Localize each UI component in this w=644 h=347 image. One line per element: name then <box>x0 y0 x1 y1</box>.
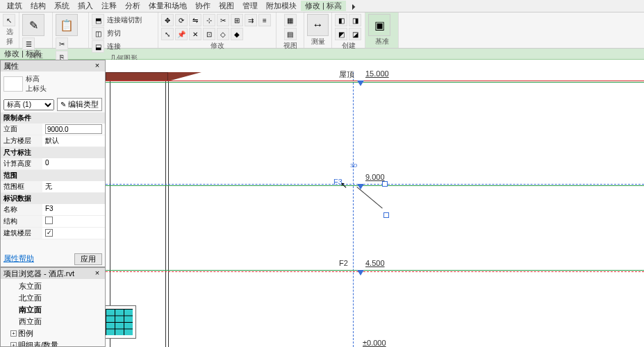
misc-icon[interactable]: ◆ <box>231 28 243 40</box>
level-name[interactable]: 屋顶 <box>339 69 354 80</box>
level-marker-icon[interactable] <box>357 81 364 86</box>
create-icon[interactable]: ◧ <box>335 14 347 26</box>
create-icon[interactable]: ◪ <box>349 28 361 40</box>
cut-icon[interactable]: ✂ <box>56 37 68 50</box>
view-icon[interactable]: ▦ <box>284 14 297 26</box>
menu-item[interactable]: 附加模块 <box>262 1 301 11</box>
view-icon[interactable]: ▤ <box>284 28 297 40</box>
mirror-icon[interactable]: ⇋ <box>189 14 201 26</box>
close-icon[interactable]: × <box>92 269 102 278</box>
level-marker-icon[interactable] <box>357 270 364 276</box>
menu-item[interactable]: 协作 <box>191 1 215 11</box>
tree-item[interactable]: 东立面 <box>2 280 104 292</box>
menu-item[interactable]: 建筑 <box>3 1 26 11</box>
properties-help-link[interactable]: 属性帮助 <box>3 253 34 265</box>
menu-item-active[interactable]: 修改 | 标高 <box>301 1 346 11</box>
tree-item[interactable]: 西立面 <box>2 316 104 328</box>
level-thumb-icon <box>3 76 23 92</box>
level-line[interactable] <box>106 271 644 272</box>
expand-icon[interactable]: + <box>10 342 17 347</box>
level-value[interactable]: 15.000 <box>365 69 389 78</box>
sidebar: 属性 × 标高 上标头 标高 (1) ✎ 编辑类型 限制条件 立面 上方楼层默认… <box>0 60 106 347</box>
cut-geom-icon[interactable]: ◫ <box>92 27 104 40</box>
paste-icon[interactable]: 📋 <box>56 14 78 36</box>
rotate-icon[interactable]: ⟳ <box>175 14 188 26</box>
array-icon[interactable]: ⊞ <box>231 14 243 26</box>
drag-handle[interactable] <box>382 181 388 187</box>
level-line[interactable] <box>106 82 644 83</box>
prop-key: 范围框 <box>1 181 42 192</box>
apply-button[interactable]: 应用 <box>74 253 102 265</box>
instance-selector[interactable]: 标高 (1) <box>3 99 54 110</box>
ribbon-group-datum: ▣ 基准 <box>365 12 399 48</box>
measure-icon[interactable]: ↔ <box>307 14 329 36</box>
structural-checkbox[interactable] <box>42 216 105 227</box>
curtain-wall-preview[interactable] <box>106 305 136 339</box>
prop-val[interactable]: F3 <box>42 204 105 215</box>
propagate-icon[interactable]: ▣ <box>368 14 390 36</box>
edit-type-button[interactable]: ✎ 编辑类型 <box>57 98 102 111</box>
prop-val[interactable]: 0 <box>42 158 105 169</box>
level-value[interactable]: 9.000 <box>365 173 385 181</box>
type-selector-header[interactable]: 标高 上标头 <box>1 71 105 96</box>
ribbon-group-modify: ✥ ⟳ ⇋ ⊹ ✂ ⊞ ⇉ ≡ ⤡ 📌 ✕ ⊡ ◇ ◆ 修改 <box>158 12 276 48</box>
ribbon-txt[interactable]: 连接 <box>106 42 122 51</box>
create-icon[interactable]: ◨ <box>349 14 361 26</box>
ribbon-txt[interactable]: 连接端切割 <box>106 15 143 25</box>
delete-icon[interactable]: ✕ <box>189 28 201 40</box>
prop-val[interactable]: 无 <box>42 181 105 192</box>
menu-item[interactable]: 插入 <box>74 1 97 11</box>
menu-item[interactable]: 注释 <box>97 1 121 11</box>
drawing-canvas[interactable]: 屋顶 15.000 F3 9.000 ↖ 3D F2 4.500 ±0.000 <box>106 60 644 347</box>
level-name[interactable]: F2 <box>339 259 348 267</box>
panel-title: 属性 × <box>1 60 105 71</box>
split-icon[interactable]: ✂ <box>217 14 229 26</box>
menu-item[interactable]: 体量和场地 <box>145 1 191 11</box>
cursor-icon[interactable]: ↖ <box>3 14 15 26</box>
misc-icon[interactable]: ◇ <box>217 28 229 40</box>
level-value[interactable]: ±0.000 <box>363 339 386 347</box>
tree-item[interactable]: +图例 <box>2 328 104 339</box>
tree-item-active[interactable]: 南立面 <box>2 304 104 316</box>
prop-section: 标识数据 <box>1 193 105 204</box>
ribbon-txt[interactable]: 剪切 <box>106 28 122 38</box>
close-icon[interactable]: × <box>92 61 102 71</box>
prop-val[interactable]: 默认 <box>42 135 105 146</box>
create-icon[interactable]: ◩ <box>335 28 347 40</box>
drag-handle[interactable] <box>383 212 389 218</box>
menu-item[interactable]: 分析 <box>121 1 145 11</box>
ribbon-group-properties: ✎ ☰ 属性 <box>19 12 53 48</box>
expand-icon[interactable]: + <box>10 330 17 337</box>
ribbon-group-create: ◧ ◨ ◩ ◪ 创建 <box>332 12 365 48</box>
properties-panel: 属性 × 标高 上标头 标高 (1) ✎ 编辑类型 限制条件 立面 上方楼层默认… <box>0 60 106 267</box>
level-line-f2[interactable] <box>106 270 644 271</box>
align-icon[interactable]: ≡ <box>258 14 271 26</box>
building-story-checkbox[interactable] <box>42 228 105 239</box>
level-line-selected[interactable] <box>106 184 644 185</box>
menu-item[interactable]: 管理 <box>238 1 262 11</box>
tree-item[interactable]: 北立面 <box>2 292 104 304</box>
wall-line[interactable] <box>165 81 166 347</box>
menu-item[interactable]: 视图 <box>215 1 238 11</box>
reference-line[interactable] <box>353 72 354 347</box>
scale-icon[interactable]: ⤡ <box>161 28 174 40</box>
3d-badge[interactable]: 3D <box>350 162 357 169</box>
wall-line[interactable] <box>168 81 169 347</box>
join-icon[interactable]: ⬓ <box>92 40 104 53</box>
level-line-roof[interactable] <box>106 81 644 81</box>
level-line[interactable] <box>106 185 644 186</box>
cope-icon[interactable]: ⬒ <box>92 14 104 26</box>
group-icon[interactable]: ⊡ <box>203 28 215 40</box>
menu-item[interactable]: 结构 <box>26 1 50 11</box>
trim-icon[interactable]: ⊹ <box>203 14 215 26</box>
modify-icon[interactable]: ✎ <box>22 14 44 36</box>
elevation-input[interactable] <box>45 124 102 134</box>
menu-help-icon[interactable]: ⏵ <box>346 2 362 10</box>
move-icon[interactable]: ✥ <box>161 14 174 26</box>
menu-item[interactable]: 系统 <box>50 1 74 11</box>
pin-icon[interactable]: 📌 <box>175 28 188 40</box>
prop-key: 上方楼层 <box>1 135 42 146</box>
level-value[interactable]: 4.500 <box>365 259 385 267</box>
tree-item[interactable]: +明细表/数量 <box>2 339 104 347</box>
offset-icon[interactable]: ⇉ <box>245 14 257 26</box>
